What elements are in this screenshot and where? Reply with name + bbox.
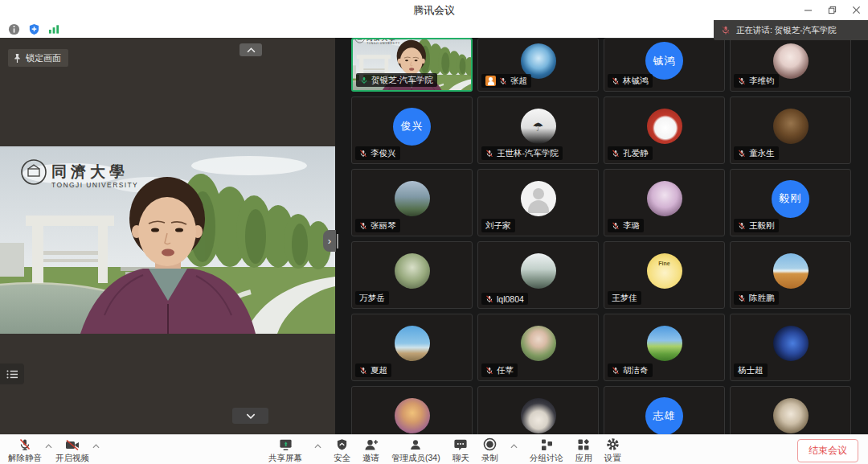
avatar [521, 253, 556, 289]
participant-tile[interactable]: 陈胜鹏 [730, 241, 851, 309]
toolbar-button-record[interactable]: 录制 [481, 437, 498, 464]
participant-name: 王世林-汽车学院 [497, 148, 559, 159]
close-button[interactable] [844, 0, 868, 20]
lock-view-label: 锁定画面 [26, 52, 61, 64]
end-meeting-button[interactable]: 结束会议 [797, 439, 858, 462]
speaker-video[interactable] [0, 146, 335, 334]
restore-button[interactable] [820, 0, 844, 20]
list-icon [6, 369, 19, 380]
panel-splitter[interactable] [337, 234, 338, 248]
mic-muted-icon [485, 294, 493, 304]
chevron-up-icon[interactable] [510, 444, 518, 449]
participant-tile[interactable]: 胡洁奇 [604, 314, 725, 381]
toolbar-button-label: 开启视频 [55, 453, 89, 464]
chevron-up-icon [247, 47, 256, 53]
participant-tile[interactable]: 李璐 [604, 169, 725, 236]
participant-name-label: 王梦佳 [608, 291, 641, 305]
participant-tile[interactable]: Fine王梦佳 [604, 241, 725, 309]
participant-tile[interactable] [477, 386, 599, 434]
participant-name: 李俊兴 [371, 148, 396, 159]
participant-tile[interactable]: lql0804 [477, 241, 599, 309]
lock-view-button[interactable]: 锁定画面 [8, 49, 68, 67]
mic-muted-icon [612, 76, 620, 86]
participant-name-label: 胡洁奇 [608, 363, 653, 377]
avatar-caption: Fine [658, 261, 669, 266]
participant-tile[interactable]: 李维钧 [730, 38, 851, 92]
participant-tile[interactable]: ☂王世林-汽车学院 [477, 96, 599, 164]
toolbar-button-camera-off[interactable]: 开启视频 [55, 437, 89, 464]
participant-tile[interactable]: 志雄 [604, 386, 725, 434]
participant-tile[interactable]: 刘子家 [477, 169, 599, 236]
avatar [773, 326, 809, 361]
avatar-initials: 志雄 [653, 409, 676, 423]
toolbar-button-label: 安全 [334, 453, 350, 464]
participant-tile[interactable] [351, 386, 473, 434]
security-icon [336, 437, 348, 451]
participant-tile[interactable]: 张超 [477, 38, 599, 92]
avatar [395, 398, 430, 433]
participant-name-label: 夏超 [355, 363, 391, 377]
record-icon [483, 437, 497, 451]
avatar: 志雄 [645, 397, 683, 435]
participant-name-label: 杨士超 [734, 363, 768, 377]
avatar-glyph: ☂ [533, 121, 543, 133]
participant-list-toggle[interactable] [0, 363, 24, 384]
toolbar-button-members[interactable]: 管理成员(34) [391, 437, 440, 464]
toolbar-button-share-screen[interactable]: 共享屏幕 [268, 437, 302, 464]
participant-grid: 贺银芝-汽车学院张超铖鸿林铖鸿李维钧俊兴李俊兴☂王世林-汽车学院孔爱静童永生张丽… [351, 38, 851, 434]
toolbar-button-invite[interactable]: 邀请 [362, 437, 379, 464]
minimize-icon [804, 6, 813, 14]
toolbar-button-chat[interactable]: 聊天 [452, 437, 469, 464]
mic-muted-icon [612, 221, 620, 231]
signal-icon[interactable] [47, 23, 60, 35]
avatar-initials: 俊兴 [401, 119, 424, 133]
participant-tile[interactable]: 张丽琴 [351, 169, 473, 236]
app-title: 腾讯会议 [0, 0, 868, 20]
avatar [773, 109, 809, 144]
participant-tile[interactable]: 杨士超 [730, 314, 851, 381]
toolbar-button-settings[interactable]: 设置 [604, 437, 621, 464]
participant-tile[interactable]: 俊兴李俊兴 [351, 96, 473, 164]
participant-tile[interactable]: 毅刚王毅刚 [730, 169, 851, 236]
avatar [773, 253, 809, 289]
participant-tile[interactable]: 童永生 [730, 96, 851, 164]
participant-tile[interactable]: 贺银芝-汽车学院 [351, 38, 473, 92]
avatar: Fine [647, 253, 682, 289]
toolbar-button-mic-muted[interactable]: 解除静音 [8, 437, 42, 464]
toolbar-button-apps[interactable]: 应用 [575, 437, 592, 464]
participant-tile[interactable]: 万梦岳 [351, 241, 473, 309]
avatar [395, 181, 430, 216]
participant-tile[interactable]: 孔爱静 [604, 96, 725, 164]
pin-icon [13, 53, 22, 64]
mic-muted-icon [738, 149, 746, 158]
chevron-up-icon[interactable] [92, 444, 100, 449]
shield-icon[interactable] [27, 23, 40, 35]
mic-muted-icon [738, 294, 746, 303]
participant-tile[interactable] [730, 386, 851, 434]
participant-name: 胡洁奇 [623, 365, 649, 376]
toolbar-button-label: 邀请 [362, 453, 379, 464]
minimize-button[interactable] [796, 0, 820, 20]
participant-tile[interactable]: 任苹 [477, 314, 599, 381]
grid-scroll-down-button[interactable] [232, 408, 268, 424]
participant-name: 陈胜鹏 [749, 293, 775, 304]
toolbar-button-label: 录制 [481, 453, 498, 464]
panel-collapse-handle[interactable]: › [323, 230, 336, 252]
mic-muted-icon [485, 149, 493, 158]
participant-name: 童永生 [749, 148, 775, 159]
toolbar-button-breakout[interactable]: 分组讨论 [530, 437, 563, 464]
participant-tile[interactable]: 夏超 [351, 314, 473, 381]
chevron-up-icon[interactable] [314, 444, 321, 449]
participant-name: 刘子家 [485, 220, 511, 232]
avatar [521, 43, 556, 79]
chevron-up-icon[interactable] [45, 444, 52, 449]
toolbar-button-security[interactable]: 安全 [334, 437, 350, 464]
participant-name-label: 万梦岳 [355, 291, 389, 305]
mic-muted-icon [738, 221, 746, 231]
avatar-initials: 毅刚 [780, 191, 802, 206]
grid-scroll-up-button[interactable] [240, 43, 262, 56]
info-icon[interactable] [7, 23, 20, 35]
participant-name-label: 王毅刚 [734, 219, 779, 232]
avatar: 俊兴 [393, 108, 431, 146]
participant-tile[interactable]: 铖鸿林铖鸿 [604, 38, 725, 92]
